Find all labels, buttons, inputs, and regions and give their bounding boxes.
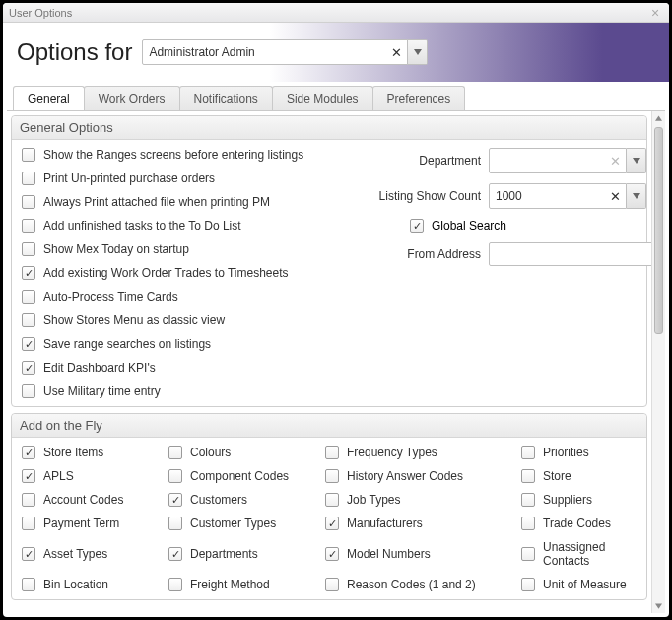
clear-user-icon[interactable]: ✕ (389, 45, 404, 60)
fly-label[interactable]: Store (543, 469, 571, 483)
fly-checkbox[interactable] (521, 578, 535, 591)
tab-notifications[interactable]: Notifications (179, 86, 273, 110)
fly-checkbox[interactable] (325, 493, 339, 507)
global-search-label[interactable]: Global Search (432, 219, 506, 233)
fly-label[interactable]: Suppliers (543, 493, 592, 507)
clear-listing-count-icon[interactable]: ✕ (608, 189, 623, 204)
option-checkbox[interactable] (22, 384, 35, 398)
fly-checkbox[interactable] (325, 446, 339, 459)
option-checkbox[interactable] (22, 361, 35, 375)
fly-checkbox[interactable] (521, 547, 535, 561)
fly-item: Store (521, 469, 637, 483)
fly-label[interactable]: Customers (190, 493, 247, 507)
fly-checkbox[interactable] (325, 517, 339, 530)
fly-label[interactable]: Unassigned Contacts (543, 540, 637, 568)
scroll-up-icon[interactable] (652, 111, 665, 125)
option-label[interactable]: Add existing Work Order Trades to Timesh… (43, 266, 289, 280)
option-checkbox[interactable] (22, 266, 35, 280)
fly-checkbox[interactable] (521, 469, 535, 483)
vertical-scrollbar[interactable] (651, 111, 665, 613)
fly-checkbox[interactable] (168, 578, 182, 591)
fly-checkbox[interactable] (521, 517, 535, 530)
fly-label[interactable]: History Answer Codes (347, 469, 463, 483)
fly-label[interactable]: Departments (190, 547, 258, 561)
scroll-down-icon[interactable] (652, 599, 665, 613)
option-checkbox[interactable] (22, 172, 35, 185)
fly-label[interactable]: Priorities (543, 446, 589, 459)
fly-item: Bin Location (22, 578, 165, 591)
fly-label[interactable]: Unit of Measure (543, 578, 627, 591)
option-label[interactable]: Use Military time entry (43, 384, 161, 398)
fly-label[interactable]: Payment Term (43, 517, 119, 530)
tab-work-orders[interactable]: Work Orders (84, 86, 180, 110)
fly-checkbox[interactable] (325, 578, 339, 591)
department-input[interactable] (489, 148, 627, 173)
fly-label[interactable]: Store Items (43, 446, 103, 459)
fly-label[interactable]: Asset Types (43, 547, 107, 561)
listing-count-row: Listing Show Count ✕ (363, 183, 651, 209)
user-input[interactable] (142, 39, 408, 65)
scrollbar-thumb[interactable] (654, 127, 663, 334)
fly-checkbox[interactable] (22, 547, 35, 561)
option-checkbox[interactable] (22, 148, 35, 162)
option-label[interactable]: Show the Ranges screens before entering … (43, 148, 303, 162)
option-row: Auto-Process Time Cards (22, 290, 357, 304)
tab-general[interactable]: General (13, 86, 85, 110)
option-checkbox[interactable] (22, 219, 35, 233)
scroll-area: General Options Show the Ranges screens … (7, 111, 651, 613)
fly-label[interactable]: Reason Codes (1 and 2) (347, 578, 476, 591)
option-checkbox[interactable] (22, 337, 35, 351)
fly-checkbox[interactable] (168, 446, 182, 459)
tab-preferences[interactable]: Preferences (372, 86, 466, 110)
fly-checkbox[interactable] (521, 446, 535, 459)
fly-label[interactable]: Freight Method (190, 578, 270, 591)
fly-label[interactable]: Bin Location (43, 578, 108, 591)
fly-label[interactable]: Customer Types (190, 517, 276, 530)
fly-label[interactable]: Frequency Types (347, 446, 437, 459)
listing-count-input[interactable] (489, 183, 627, 209)
fly-checkbox[interactable] (22, 517, 35, 530)
option-label[interactable]: Edit Dashboard KPI's (43, 361, 156, 375)
option-row: Save range searches on listings (22, 337, 357, 351)
fly-label[interactable]: APLS (43, 469, 74, 483)
option-label[interactable]: Show Stores Menu as classic view (43, 313, 225, 327)
option-label[interactable]: Always Print attached file when printing… (43, 195, 270, 209)
fly-checkbox[interactable] (168, 547, 182, 561)
listing-count-dropdown-button[interactable] (627, 183, 646, 209)
clear-department-icon[interactable]: ✕ (608, 154, 623, 169)
department-dropdown-button[interactable] (627, 148, 646, 173)
option-checkbox[interactable] (22, 290, 35, 304)
fly-checkbox[interactable] (168, 517, 182, 530)
fly-checkbox[interactable] (325, 469, 339, 483)
fly-label[interactable]: Manufacturers (347, 517, 423, 530)
from-address-input[interactable] (489, 242, 651, 266)
option-label[interactable]: Save range searches on listings (43, 337, 211, 351)
fly-checkbox[interactable] (325, 547, 339, 561)
close-icon[interactable]: × (647, 6, 663, 20)
fly-label[interactable]: Component Codes (190, 469, 289, 483)
fly-label[interactable]: Colours (190, 446, 231, 459)
option-checkbox[interactable] (22, 313, 35, 327)
fly-checkbox[interactable] (168, 493, 182, 507)
user-dropdown-button[interactable] (408, 39, 428, 65)
option-label[interactable]: Add unfinished tasks to the To Do List (43, 219, 241, 233)
fly-checkbox[interactable] (22, 446, 35, 459)
fly-checkbox[interactable] (22, 493, 35, 507)
option-label[interactable]: Show Mex Today on startup (43, 242, 189, 256)
fly-label[interactable]: Account Codes (43, 493, 123, 507)
option-label[interactable]: Print Un-printed purchase orders (43, 172, 215, 185)
fly-grid: Store ItemsColoursFrequency TypesPriorit… (22, 446, 637, 591)
tab-bar: GeneralWork OrdersNotificationsSide Modu… (3, 82, 669, 110)
fly-label[interactable]: Job Types (347, 493, 400, 507)
fly-label[interactable]: Model Numbers (347, 547, 431, 561)
fly-checkbox[interactable] (168, 469, 182, 483)
fly-checkbox[interactable] (521, 493, 535, 507)
fly-checkbox[interactable] (22, 578, 35, 591)
option-checkbox[interactable] (22, 195, 35, 209)
fly-checkbox[interactable] (22, 469, 35, 483)
option-label[interactable]: Auto-Process Time Cards (43, 290, 178, 304)
fly-label[interactable]: Trade Codes (543, 517, 611, 530)
option-checkbox[interactable] (22, 242, 35, 256)
global-search-checkbox[interactable] (410, 219, 424, 233)
tab-side-modules[interactable]: Side Modules (272, 86, 373, 110)
